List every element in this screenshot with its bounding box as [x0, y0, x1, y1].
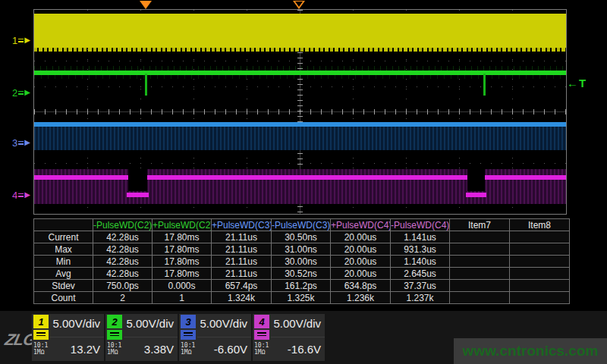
cell: 1.324k — [212, 292, 272, 304]
table-row: Min 42.28us 17.80ms 21.11us 30.00ns 20.0… — [34, 256, 570, 268]
cell — [510, 256, 570, 268]
ch3-offset-marker[interactable]: 3▶ — [6, 136, 30, 149]
cell — [450, 268, 510, 280]
cell: 20.00us — [331, 256, 391, 268]
ch1-offset-marker[interactable]: 1▶ — [6, 34, 30, 46]
cell: 1.237k — [391, 292, 450, 304]
ch2-glitch-pulse — [483, 74, 486, 96]
ch2-badge: 2 — [107, 315, 122, 328]
ch1-volts-per-div: 5.00V/div — [52, 317, 100, 330]
cell: 20.00us — [331, 231, 391, 243]
ch4-pulse-gap — [467, 169, 485, 191]
cell: 20.00us — [331, 243, 391, 256]
row-label: Min — [34, 256, 93, 268]
ch1-badge: 1 — [33, 315, 49, 328]
header-blank — [34, 219, 93, 231]
cell: 161.2ps — [272, 280, 331, 292]
cell: 931.3us — [391, 243, 450, 256]
dc-coupling-icon — [107, 330, 122, 340]
cell: 30.50ns — [272, 231, 331, 243]
ch1-marker-label: 1 — [12, 35, 17, 46]
cell: 21.11us — [212, 256, 272, 268]
ch4-settings-box[interactable]: 4 10:11MΩ 5.00V/div -16.6V — [253, 314, 325, 361]
cell: 1.325k — [272, 292, 331, 304]
ch4-trace-low-pulse — [466, 193, 486, 197]
cell: 2.645us — [391, 268, 450, 280]
ch3-badge: 3 — [181, 315, 196, 328]
ch2-offset-value: 3.38V — [144, 343, 174, 356]
ch2-probe-info: 10:11MΩ — [107, 342, 121, 356]
cell: 657.4ps — [212, 280, 272, 292]
table-row: Count 2 1 1.324k 1.325k 1.236k 1.237k — [34, 292, 570, 304]
cell: 30.00ns — [272, 256, 331, 268]
ch4-offset-marker[interactable]: 4▶ — [6, 189, 30, 201]
cell: 42.28us — [93, 243, 153, 256]
cell: 634.8ps — [331, 280, 391, 292]
ch2-offset-marker[interactable]: 2▶ — [6, 86, 30, 99]
waveform-display — [33, 9, 567, 215]
ground-level-icon — [18, 37, 24, 43]
cell: 17.80ms — [153, 243, 212, 256]
row-label: Max — [34, 243, 93, 256]
arrow-right-icon: ▶ — [24, 89, 30, 96]
cell: 0.000s — [153, 280, 212, 292]
dc-coupling-icon — [181, 330, 196, 340]
cell — [450, 292, 510, 304]
ch3-probe-info: 10:11MΩ — [181, 342, 195, 356]
cell: 21.11us — [212, 231, 272, 243]
header-measurement[interactable]: -PulseWD(C3) — [272, 219, 331, 231]
row-label: Stdev — [34, 280, 93, 292]
cell — [510, 280, 570, 292]
ch2-glitch-pulse — [145, 74, 147, 96]
ch4-probe-info: 10:11MΩ — [254, 342, 269, 356]
ch2-marker-label: 2 — [12, 87, 17, 99]
dc-coupling-icon — [254, 330, 269, 340]
arrow-right-icon: ▶ — [24, 191, 30, 199]
trigger-level-marker[interactable]: ←T — [567, 77, 587, 89]
table-row: Avg 42.28us 17.80ms 21.11us 30.52ns 20.0… — [34, 268, 570, 280]
ch2-volts-per-div: 5.00V/div — [126, 317, 174, 330]
ch4-badge: 4 — [254, 315, 269, 328]
cell — [450, 256, 510, 268]
watermark: www.cntronics.com — [454, 338, 607, 364]
header-measurement[interactable]: +PulseWD(C3) — [212, 219, 272, 231]
ch4-trace-high — [485, 175, 566, 180]
cell: 1.140us — [391, 256, 450, 268]
cell: 1 — [153, 292, 212, 304]
trigger-position-marker[interactable] — [293, 1, 305, 9]
header-measurement[interactable]: Item7 — [450, 219, 510, 231]
trigger-delay-marker[interactable] — [140, 1, 152, 9]
ch2-settings-box[interactable]: 2 10:11MΩ 5.00V/div 3.38V — [105, 314, 178, 361]
ch4-offset-value: -16.6V — [288, 343, 321, 356]
header-measurement[interactable]: Item8 — [510, 219, 570, 231]
cell: 1.141us — [391, 231, 450, 243]
header-measurement[interactable]: -PulseWD(C2) — [93, 219, 153, 231]
measurement-table: -PulseWD(C2) +PulseWD(C2) +PulseWD(C3) -… — [33, 218, 569, 304]
cell — [510, 292, 570, 304]
ch1-trace-noise — [34, 48, 566, 52]
ch4-marker-label: 4 — [12, 190, 17, 201]
watermark-text: www.cntronics.com — [463, 343, 599, 359]
ch4-volts-per-div: 5.00V/div — [273, 317, 321, 330]
ch3-settings-box[interactable]: 3 10:11MΩ 5.00V/div -6.60V — [179, 314, 251, 361]
cell — [450, 231, 510, 243]
cell: 17.80ms — [153, 231, 212, 243]
header-measurement[interactable]: +PulseWD(C4) — [331, 219, 391, 231]
cell: 30.52ns — [272, 268, 331, 280]
ch1-trace — [34, 14, 566, 48]
cell: 17.80ms — [153, 268, 212, 280]
ch1-settings-box[interactable]: 1 10:11MΩ 5.00V/div 13.2V — [32, 314, 104, 361]
ch4-trace-high — [147, 175, 467, 180]
ch4-trace-noise — [34, 169, 566, 204]
header-measurement[interactable]: -PulseWD(C4) — [391, 219, 450, 231]
ch1-probe-info: 10:11MΩ — [33, 342, 48, 356]
ch3-volts-per-div: 5.00V/div — [200, 317, 247, 330]
cell: 31.00ns — [272, 243, 331, 256]
ground-level-icon — [18, 89, 24, 96]
table-row: Stdev 750.0ps 0.000s 657.4ps 161.2ps 634… — [34, 280, 570, 292]
cell: 42.28us — [93, 231, 153, 243]
header-measurement[interactable]: +PulseWD(C2) — [153, 219, 212, 231]
cell: 17.80ms — [153, 256, 212, 268]
ch4-trace-low-pulse — [127, 193, 149, 197]
ch1-offset-value: 13.2V — [71, 343, 100, 356]
